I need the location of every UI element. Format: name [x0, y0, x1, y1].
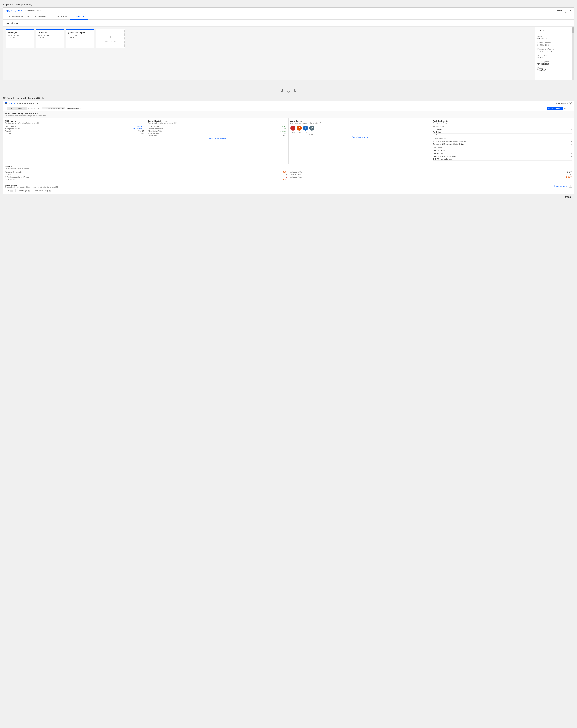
ne-kpis-title: NE KPIs: [5, 165, 572, 167]
scrollbar-thumb[interactable]: [573, 27, 574, 33]
hamburger-icon[interactable]: [5, 102, 7, 104]
detail-system-address: System Address : 38.120.169.45: [538, 42, 570, 46]
event-timeline-header: Event Timeline The relationship between …: [5, 184, 572, 188]
analytics-port-inventory[interactable]: Port Inventory ▶: [433, 134, 572, 136]
alarm-circle-critical[interactable]: 0: [291, 126, 296, 131]
ts-board-subtitle: Select an NE to view troubleshooting sum…: [5, 115, 572, 117]
health-value: enabled: [281, 126, 286, 127]
bottom-section-title: NE Troubleshooting dashboard (23.11): [3, 97, 574, 99]
event-tab-statechange-label: statechange: [18, 190, 27, 191]
ne-card-type: 7450 ESS: [8, 36, 32, 38]
kpi-label: # Alarms:: [5, 174, 12, 175]
alarm-circle-tca[interactable]: 0: [303, 126, 308, 131]
analytics-card-inventory[interactable]: Card Inventory ▶: [433, 128, 572, 131]
user-info[interactable]: User: admin: [552, 9, 562, 12]
analytics-oam-latency[interactable]: OAM-PM Latency ▶: [433, 149, 572, 152]
alarm-summary-panel: Alarm Summary See alarms and impacts for…: [288, 118, 431, 164]
ne-overview-subtitle: See the summary information for the sele…: [5, 122, 144, 124]
arrow-down-2: ⇩: [286, 88, 291, 94]
refresh-icon[interactable]: ↻: [567, 107, 568, 109]
event-timeline-subtitle: The relationship between the different n…: [5, 186, 58, 188]
event-tab-thresholdcrossing[interactable]: thresholdcrossing 0: [33, 189, 54, 192]
cpu-summary-label: Temperature CPU Memory Utilization Summa…: [433, 140, 466, 142]
tab-top-problems[interactable]: TOP PROBLEMS: [49, 14, 70, 20]
view-alarms-link[interactable]: View in Current Alarms: [291, 136, 429, 138]
open-inventory-link[interactable]: Open in Network Inventory: [148, 138, 286, 140]
tab-alarm-list[interactable]: ALARM LIST: [32, 14, 49, 20]
detail-product-value: 7450 ESS: [538, 69, 570, 71]
event-timeline-expand-icon[interactable]: ⊞: [569, 185, 572, 188]
tab-top-unhealthy-nes[interactable]: TOP UNHEALTHY NEs: [6, 14, 32, 20]
current-health-panel: Current Health Summary See the healthy s…: [146, 118, 288, 164]
cpu-summary-arrow: ▶: [571, 140, 572, 142]
arrow-down-3: ⇩: [293, 88, 297, 94]
event-timeline-selector[interactable]: etl_summary_today: [552, 185, 568, 187]
analytics-cpu-details[interactable]: Temperature CPU Memory Utilization Detai…: [433, 143, 572, 146]
analytics-subtitle: Run Analytics Reports: [433, 122, 572, 124]
bottom-nokia-logo: NOKIA: [8, 102, 15, 105]
analytics-port-details[interactable]: Port Details ▶: [433, 131, 572, 134]
more-options-icon[interactable]: ⋮: [570, 107, 572, 110]
nav-tabs: TOP UNHEALTHY NEs ALARM LIST TOP PROBLEM…: [3, 14, 574, 20]
breadcrumb-home-icon[interactable]: ⌂: [5, 107, 6, 109]
add-ne-card[interactable]: + Add new NE: [96, 29, 125, 48]
kpi-row-0: # Affected Components: 58 (83%): [5, 171, 287, 173]
kpi-row-3: # Affected Cards: 12 (80%): [290, 176, 572, 178]
analytics-oam-loss[interactable]: OAM-PM Loss ▶: [433, 152, 572, 155]
card-inventory-label: Card Inventory: [433, 128, 443, 130]
oam-latency-label: OAM-PM Latency: [433, 150, 445, 152]
health-value: UP: [284, 128, 286, 130]
ne-card-menu-icon[interactable]: •••: [90, 44, 93, 47]
help-button[interactable]: ?: [564, 9, 568, 12]
detail-source-system: Source System : fdn:realm:sam: [538, 61, 570, 65]
ne-card-menu-icon[interactable]: •••: [60, 44, 62, 47]
health-value: done: [283, 135, 286, 137]
ne-card-sim169-44[interactable]: sim169_44 38.120.169.44 7750 SR •••: [36, 29, 64, 48]
detail-product: Product : 7450 ESS: [538, 67, 570, 71]
analytics-oam-site-summary[interactable]: OAM-PM Network Site Summary ▶: [433, 155, 572, 158]
event-timeline-controls: etl_summary_today ⊞: [552, 185, 572, 188]
kpi-value: 12 (80%): [566, 176, 572, 178]
event-tab-all[interactable]: all 0: [5, 189, 16, 192]
dashboard-grid: NE Overview See the summary information …: [3, 118, 574, 164]
alarm-label-tca: TCAs: [303, 132, 308, 135]
ne-card-menu-icon[interactable]: •••: [29, 44, 32, 46]
ne-row-value: 92.188.96.50: [135, 126, 144, 127]
ne-row-value: 7750 SR: [138, 130, 144, 132]
bottom-user-caret[interactable]: ▾: [567, 102, 568, 104]
card-inventory-arrow: ▶: [571, 128, 572, 130]
breadcrumb-object-troubleshooting[interactable]: Object Troubleshooting: [7, 107, 27, 110]
bottom-help-btn[interactable]: ?: [569, 102, 572, 105]
ne-card-gmanchan[interactable]: gmanchan-nfmp-ne1 11.11.11.11 7750 SR ••…: [66, 29, 94, 48]
breadcrumb: ⌂ Object Troubleshooting > Network Eleme…: [3, 106, 574, 111]
ne-row-value: 135.228.142.75: [133, 128, 144, 130]
change-target-button[interactable]: CHANGE TARGET: [547, 107, 563, 110]
apps-grid-icon[interactable]: ⠿: [569, 9, 571, 12]
analytics-cpu-summary[interactable]: Temperature CPU Memory Utilization Summa…: [433, 140, 572, 143]
top-section-title: Inspector Matrix (pre 23.11): [3, 3, 574, 6]
tab-inspector[interactable]: INSPECTOR: [70, 14, 88, 20]
event-timeline-section: Event Timeline The relationship between …: [3, 183, 574, 194]
kpi-value: 0: [286, 176, 287, 178]
breadcrumb-current[interactable]: Troubleshooting: [67, 107, 79, 109]
kpi-value: 0 (0%): [567, 174, 572, 175]
kpi-label: # Affected Links:: [290, 174, 302, 175]
copy-icon[interactable]: ⧉: [564, 107, 566, 109]
ne-card-sim169-45[interactable]: sim169_45 38.120.169.45 7450 ESS •••: [6, 29, 34, 48]
analytics-oam-network-summary[interactable]: OAM-PM Network Summary ▶: [433, 158, 572, 161]
breadcrumb-caret-icon[interactable]: ▾: [80, 107, 81, 109]
analytics-panel: Analytics Reports Run Analytics Reports …: [431, 118, 574, 164]
scrollbar[interactable]: [573, 27, 574, 80]
cpu-details-arrow: ▶: [571, 143, 572, 145]
event-tab-statechange[interactable]: statechange 0: [16, 189, 33, 192]
oam-loss-arrow: ▶: [571, 153, 572, 154]
health-row-2: Administrative State: unlocked: [148, 130, 286, 132]
more-options-icon[interactable]: ⋮: [568, 21, 571, 25]
port-inventory-label: Port Inventory: [433, 134, 443, 136]
alarm-circle-major[interactable]: 7: [297, 126, 302, 131]
ne-overview-row-3: Location: N/A: [5, 133, 144, 134]
health-value: unlocked: [280, 130, 286, 132]
health-label: Availability State:: [148, 133, 160, 134]
alarm-circle-total[interactable]: 17: [309, 126, 314, 131]
board-grid-icon: ⊞: [5, 112, 7, 115]
